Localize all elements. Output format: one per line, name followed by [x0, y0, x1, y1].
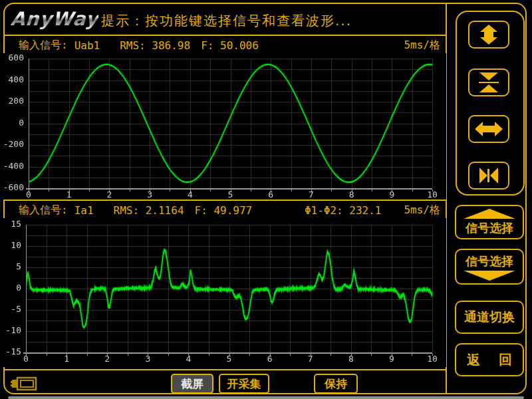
expand-vertical-icon — [475, 25, 502, 45]
voltage-frequency-value: F: 50.006 — [201, 39, 259, 52]
compress-vertical-button[interactable] — [468, 68, 509, 96]
header-divider — [3, 35, 447, 36]
phase-difference-value: Φ1-Φ2: 232.1 — [305, 204, 382, 217]
voltage-signal-name: Uab1 — [74, 39, 100, 52]
current-info-line: 输入信号: Ia1 RMS: 2.1164 F: 49.977 Φ1-Φ2: 2… — [19, 203, 440, 217]
signal-select-up-label: 信号选择 — [466, 220, 513, 236]
waveform-zoom-button-group — [456, 11, 525, 196]
current-signal-name: Ia1 — [74, 204, 94, 217]
signal-select-down-label: 信号选择 — [466, 253, 513, 269]
current-timebase: 5ms/格 — [404, 203, 440, 217]
channel-switch-label: 通道切换 — [464, 309, 515, 326]
hint-text: 提示：按功能键选择信号和查看波形... — [101, 12, 352, 30]
device-screen: AnyWay 提示：按功能键选择信号和查看波形... 输入信号: Uab1 RM… — [0, 0, 532, 399]
voltage-input-label: 输入信号: — [19, 39, 68, 53]
panel-divider — [3, 200, 447, 201]
voltage-rms-value: RMS: 386.98 — [120, 39, 190, 52]
back-label-right: 回 — [499, 351, 512, 369]
current-frequency-value: F: 49.977 — [195, 204, 253, 217]
signal-select-up-button[interactable]: 信号选择 — [455, 205, 524, 239]
anyway-logo: AnyWay — [10, 8, 100, 30]
current-input-label: 输入信号: — [19, 203, 68, 217]
compress-horizontal-button[interactable] — [468, 162, 509, 190]
bottom-bezel — [8, 396, 524, 399]
expand-horizontal-button[interactable] — [468, 115, 509, 143]
voltage-info-line: 输入信号: Uab1 RMS: 386.98 F: 50.006 5ms/格 — [19, 39, 440, 53]
bottom-bar-divider — [3, 369, 447, 370]
triangle-down-icon — [464, 271, 515, 281]
current-rms-value: RMS: 2.1164 — [114, 204, 184, 217]
triangle-up-icon — [464, 209, 515, 219]
voltage-waveform-canvas — [3, 53, 446, 200]
expand-horizontal-icon — [475, 120, 503, 138]
screenshot-button[interactable]: 截屏 — [171, 374, 213, 394]
back-button[interactable]: 返 回 — [455, 343, 524, 376]
hold-button[interactable]: 保持 — [314, 374, 358, 394]
signal-select-down-button[interactable]: 信号选择 — [455, 249, 524, 285]
back-label-left: 返 — [467, 351, 480, 369]
channel-switch-button[interactable]: 通道切换 — [455, 301, 524, 334]
compress-vertical-icon — [475, 72, 502, 92]
compress-horizontal-icon — [475, 167, 503, 184]
expand-vertical-button[interactable] — [468, 21, 509, 49]
current-waveform-canvas — [3, 218, 446, 367]
voltage-timebase: 5ms/格 — [404, 39, 440, 53]
battery-icon — [11, 376, 37, 392]
start-acquire-button[interactable]: 开采集 — [219, 374, 269, 394]
